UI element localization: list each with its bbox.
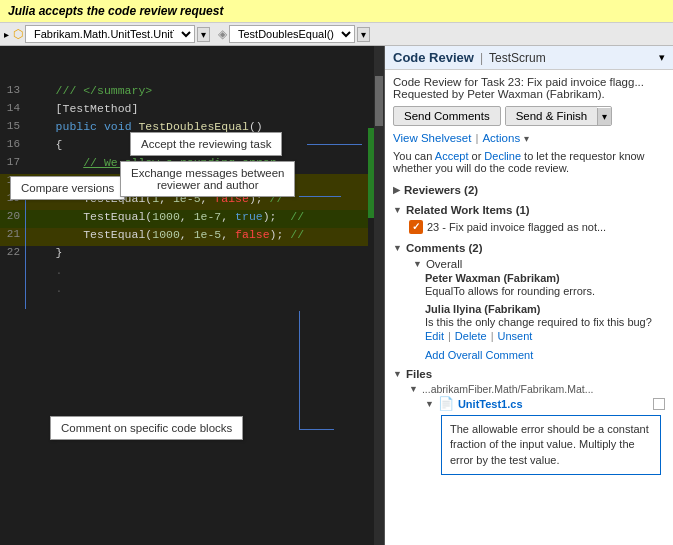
- change-indicators: [368, 46, 374, 545]
- info-text: You can Accept or Decline to let the req…: [393, 150, 665, 174]
- file-entry: ▼ 📄 UnitTest1.cs The allowable error sho…: [409, 396, 665, 475]
- title-bar: Julia accepts the code review request: [0, 0, 673, 23]
- code-line-14: 14 [TestMethod]: [0, 102, 384, 120]
- comments-section: ▼ Comments (2) ▼ Overall Peter Waxman (F…: [393, 240, 665, 362]
- actions-arrow[interactable]: ▾: [524, 133, 529, 144]
- method-dropdown[interactable]: TestDoublesEqual(): [229, 25, 355, 43]
- dropdown1-arrow[interactable]: ▾: [197, 27, 210, 42]
- related-work-content: ✓ 23 - Fix paid invoice flagged as not..…: [393, 218, 665, 236]
- overall-header[interactable]: ▼ Overall: [409, 256, 665, 272]
- overall-comments: Peter Waxman (Fabrikam) EqualTo allows f…: [409, 272, 665, 362]
- accept-link[interactable]: Accept: [435, 150, 469, 162]
- button-bar: Send Comments Send & Finish ▾: [393, 106, 665, 126]
- expand-icon[interactable]: ▸: [4, 29, 9, 40]
- reviewers-header[interactable]: ▶ Reviewers (2): [393, 182, 665, 198]
- code-line-21: 21 TestEqual(1000, 1e-5, false); //: [0, 228, 384, 246]
- actions-link[interactable]: Actions: [482, 132, 520, 144]
- delete-link[interactable]: Delete: [455, 330, 487, 342]
- related-work-section: ▼ Related Work Items (1) ✓ 23 - Fix paid…: [393, 202, 665, 236]
- comments-content: ▼ Overall Peter Waxman (Fabrikam) EqualT…: [393, 256, 665, 362]
- code-editor: 13 /// </summary> 14 [TestMethod] 15 pub…: [0, 46, 385, 545]
- comment-actions: Edit | Delete | Unsent: [425, 330, 665, 342]
- comments-triangle: ▼: [393, 243, 402, 253]
- files-header[interactable]: ▼ Files: [393, 366, 665, 382]
- view-shelveset-link[interactable]: View Shelveset: [393, 132, 471, 144]
- unsent-link[interactable]: Unsent: [497, 330, 532, 342]
- send-comments-button[interactable]: Send Comments: [393, 106, 501, 126]
- comments-header[interactable]: ▼ Comments (2): [393, 240, 665, 256]
- toolbar: ▸ ⬡ Fabrikam.Math.UnitTest.UnitTest1 ▾ ◈…: [0, 23, 673, 46]
- review-description: Code Review for Task 23: Fix paid invoic…: [393, 76, 665, 100]
- action-bar: View Shelveset | Actions ▾: [393, 132, 665, 144]
- file-row: ▼ 📄 UnitTest1.cs: [425, 396, 665, 411]
- overall-triangle: ▼: [413, 259, 422, 269]
- comment-1: Peter Waxman (Fabrikam) EqualTo allows f…: [425, 272, 665, 297]
- callout-compare: Compare versions: [10, 176, 125, 200]
- scroll-thumb[interactable]: [375, 76, 383, 126]
- callout-exchange: Exchange messages between reviewer and a…: [120, 161, 295, 197]
- file-tooltip: The allowable error should be a constant…: [441, 415, 661, 475]
- comment-2: Julia Ilyina (Fabrikam) Is this the only…: [425, 303, 665, 342]
- reviewers-triangle: ▶: [393, 185, 400, 195]
- file-path-parent: ▼ ...abrikamFiber.Math/Fabrikam.Mat...: [409, 382, 665, 396]
- files-section: ▼ Files ▼ ...abrikamFiber.Math/Fabrikam.…: [393, 366, 665, 475]
- files-content: ▼ ...abrikamFiber.Math/Fabrikam.Mat... ▼…: [393, 382, 665, 475]
- callout-comment-blocks: Comment on specific code blocks: [50, 416, 243, 440]
- callout-accept-task: Accept the reviewing task: [130, 132, 282, 156]
- decline-link[interactable]: Decline: [484, 150, 521, 162]
- code-review-panel: Code Review | TestScrum ▾ Code Review fo…: [385, 46, 673, 545]
- code-review-header: Code Review | TestScrum ▾: [385, 46, 673, 70]
- cs-file-icon: 📄: [438, 396, 454, 411]
- send-finish-split: Send & Finish ▾: [505, 106, 613, 126]
- scrollbar[interactable]: [374, 46, 384, 545]
- code-line-22: 22 }: [0, 246, 384, 264]
- work-item: ✓ 23 - Fix paid invoice flagged as not..…: [409, 218, 665, 236]
- file-check-icon: [653, 398, 665, 410]
- callout-blocks-vline: [299, 311, 300, 429]
- callout-blocks-hline: [299, 429, 334, 430]
- code-line-dots1: .: [0, 264, 384, 282]
- class-dropdown[interactable]: Fabrikam.Math.UnitTest.UnitTest1: [25, 25, 195, 43]
- callout-accept-line: [307, 144, 362, 145]
- add-overall-comment-link[interactable]: Add Overall Comment: [425, 349, 533, 361]
- related-work-header[interactable]: ▼ Related Work Items (1): [393, 202, 665, 218]
- panel-dropdown[interactable]: ▾: [659, 51, 665, 64]
- reviewers-section: ▶ Reviewers (2): [393, 182, 665, 198]
- send-finish-dropdown[interactable]: ▾: [597, 108, 611, 125]
- change-indicator-green: [368, 128, 374, 218]
- callout-exchange-line: [299, 196, 341, 197]
- edit-link[interactable]: Edit: [425, 330, 444, 342]
- related-work-triangle: ▼: [393, 205, 402, 215]
- dropdown2-arrow[interactable]: ▾: [357, 27, 370, 42]
- code-line-13: 13 /// </summary>: [0, 84, 384, 102]
- code-line-20: 20 TestEqual(1000, 1e-7, true); //: [0, 210, 384, 228]
- work-item-icon: ✓: [409, 220, 423, 234]
- filename-link[interactable]: UnitTest1.cs: [458, 398, 523, 410]
- files-triangle: ▼: [393, 369, 402, 379]
- code-line-dots2: .: [0, 282, 384, 300]
- callout-compare-vline: [25, 189, 26, 309]
- send-finish-button[interactable]: Send & Finish: [506, 107, 598, 125]
- code-review-content: Code Review for Task 23: Fix paid invoic…: [385, 70, 673, 545]
